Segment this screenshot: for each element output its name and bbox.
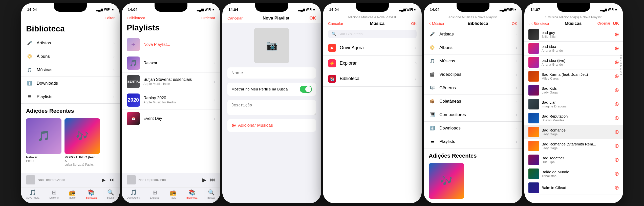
back-button-2[interactable]: ‹ Biblioteca — [127, 16, 145, 20]
category-biblioteca[interactable]: 📚 Biblioteca › — [323, 71, 422, 87]
search-bar-4[interactable]: 🔍 Sua Biblioteca — [328, 30, 417, 38]
song-bad-idea[interactable]: bad idea Ariana Grande ⊕ — [524, 42, 623, 55]
sub-videoclipes[interactable]: 🎬 Videoclipes › — [424, 68, 522, 81]
cancelar-button-4[interactable]: Cancelar — [328, 21, 343, 26]
baiao-name: Baião de Mundo — [542, 170, 612, 174]
ordenar-button-6[interactable]: Ordenar — [597, 21, 610, 26]
song-bad-romance-remix[interactable]: Bad Romance (Starsmith Rem... Lady Gaga … — [524, 139, 623, 153]
tab-radio-1[interactable]: 📻 Rádio — [69, 189, 76, 199]
add-musicas-button[interactable]: ⊕ Adicionar Músicas — [227, 119, 316, 132]
descricao-input[interactable] — [227, 100, 316, 115]
song-bad-kids[interactable]: Bad Kids Lady Gaga ⊕ — [524, 83, 623, 97]
artwork-placeholder[interactable]: 📷 — [254, 28, 289, 63]
alpha-index[interactable]: A B C D E F G H — [620, 54, 622, 76]
add-balm[interactable]: ⊕ — [614, 184, 619, 191]
bad-liar-artist: Imagine Dragons — [542, 104, 612, 108]
chevron-event: › — [214, 117, 215, 121]
playlist-relaxar[interactable]: 🎵 Relaxar › — [122, 54, 220, 72]
edit-button[interactable]: Editar — [105, 16, 115, 20]
back-button-5[interactable]: < Música — [429, 21, 444, 26]
bad-kids-info: Bad Kids Lady Gaga — [542, 86, 612, 94]
play-button-1[interactable]: ▶ — [102, 177, 105, 183]
menu-artistas[interactable]: 🎤 Artistas › — [21, 36, 120, 50]
sub-compositores[interactable]: 🎹 Compositores › — [424, 108, 522, 122]
playlist-replay[interactable]: 2020 Replay 2020 Apple Music for Pedro › — [122, 91, 220, 109]
tab-biblioteca-2[interactable]: 📚 Biblioteca — [186, 189, 197, 199]
song-bad-guy[interactable]: bad guy Billie Eilish ⊕ — [524, 28, 623, 42]
recente-modo-5[interactable]: 🎶 — [429, 163, 464, 200]
songs-list: bad guy Billie Eilish ⊕ bad idea Ariana … — [524, 28, 623, 203]
nome-input[interactable] — [227, 67, 316, 79]
song-balm[interactable]: Balm in Gilead ⊕ — [524, 181, 623, 195]
back-button-6[interactable]: ‹ < Biblioteca — [528, 22, 549, 26]
tab-buscar-1[interactable]: 🔍 Buscar — [107, 189, 115, 199]
ok-button-6[interactable]: OK — [613, 21, 619, 26]
player-controls-2[interactable]: ▶ ⏭ — [202, 177, 215, 183]
sub-coletaneas[interactable]: 📦 Coletâneas › — [424, 95, 522, 108]
skip-button-2[interactable]: ⏭ — [210, 177, 215, 183]
menu-playlists[interactable]: ☰ Playlists › — [21, 90, 120, 104]
tab-explorar-2[interactable]: ⊞ Explorar — [150, 189, 159, 199]
sub-artistas-label: Artistas — [439, 32, 516, 37]
recente-modo-turbo[interactable]: 🎶 MODO TURBO (feat. A... Luísa Sonza & P… — [65, 118, 100, 166]
add-baiao[interactable]: ⊕ — [614, 171, 619, 177]
nova-playlist-content: 📷 Mostrar no Meu Perfil e na Busca ⊕ Adi… — [222, 23, 321, 203]
cancelar-button[interactable]: Cancelar — [227, 16, 243, 20]
phone-5: 14:04 ▂▄▆ WiFi ■ Adicione Músicas à Nova… — [424, 3, 522, 203]
menu-downloads[interactable]: ⬇️ Downloads › — [21, 77, 120, 90]
artistas-icon: 🎤 — [26, 40, 33, 47]
song-bad-reputation[interactable]: Bad Reputation Shawn Mendes ⊕ — [524, 111, 623, 125]
song-bad-idea-live[interactable]: bad idea (live) Ariana Grande ⊕ — [524, 55, 623, 69]
add-bad-romance-remix[interactable]: ⊕ — [614, 143, 619, 149]
ok-button-4[interactable]: OK — [411, 21, 417, 26]
song-bad-liar[interactable]: Bad Liar Imagine Dragons ⊕ — [524, 97, 623, 111]
song-baiao[interactable]: Baião de Mundo Tribalistas ⊕ — [524, 167, 623, 181]
explorar-icon-1: ⊞ — [52, 189, 56, 196]
category-ouvir[interactable]: ▶ Ouvir Agora › — [323, 40, 422, 56]
song-bad-romance[interactable]: Bad Romance Lady Gaga ⊕ — [524, 125, 623, 139]
play-button-2[interactable]: ▶ — [202, 177, 206, 183]
bad-together-artist: Dua Lipa — [542, 160, 612, 164]
song-bad-together[interactable]: Bad Together Dua Lipa ⊕ — [524, 153, 623, 167]
ordenar-button[interactable]: Ordenar — [201, 16, 215, 20]
recente-relaxar[interactable]: 🎵 Relaxar Pedro — [26, 118, 61, 166]
tab-ouve-agora-2[interactable]: 🎵 Ouve Agora — [127, 189, 140, 199]
add-bad-karma[interactable]: ⊕ — [614, 73, 619, 80]
sub-musicas[interactable]: 🎵 Músicas › — [424, 54, 522, 68]
skip-button-1[interactable]: ⏭ — [110, 177, 115, 183]
toggle-switch[interactable] — [300, 86, 312, 93]
balm-info: Balm in Gilead — [542, 185, 612, 190]
player-cover-2 — [127, 175, 136, 184]
tab-biblioteca-1[interactable]: 📚 Biblioteca — [86, 189, 97, 199]
add-bad-romance[interactable]: ⊕ — [614, 129, 619, 135]
bad-kids-name: Bad Kids — [542, 86, 612, 90]
add-bad-kids[interactable]: ⊕ — [614, 87, 619, 93]
tab-radio-2[interactable]: 📻 Rádio — [169, 189, 176, 199]
ok-button-3[interactable]: OK — [309, 16, 316, 21]
add-bad-idea[interactable]: ⊕ — [614, 45, 619, 52]
tab-buscar-2[interactable]: 🔍 Buscar — [207, 189, 215, 199]
sub-albuns[interactable]: 📀 Álbuns › — [424, 41, 522, 54]
menu-musicas[interactable]: 🎵 Músicas › — [21, 63, 120, 77]
tab-explorar-1[interactable]: ⊞ Explorar — [49, 189, 59, 199]
add-bad-together[interactable]: ⊕ — [614, 157, 619, 163]
sub-downloads[interactable]: ⬇️ Downloads › — [424, 122, 522, 135]
playlist-event[interactable]: 📅 Event Day › — [122, 109, 220, 128]
new-playlist-item[interactable]: + Nova Playlist... — [122, 35, 220, 54]
add-bad-guy[interactable]: ⊕ — [614, 31, 619, 38]
song-bad-karma[interactable]: Bad Karma (feat. Joan Jett) Miley Cyrus … — [524, 69, 623, 83]
musicas-icon: 🎵 — [26, 66, 33, 73]
tab-ouve-agora-1[interactable]: 🎵 Ouve Agora — [26, 189, 39, 199]
sub-playlists[interactable]: ☰ Playlists › — [424, 135, 522, 148]
add-bad-liar[interactable]: ⊕ — [614, 101, 619, 107]
add-bad-reputation[interactable]: ⊕ — [614, 115, 619, 121]
explorar-icon: ⚡ — [328, 59, 336, 67]
menu-albuns[interactable]: 📀 Álbuns › — [21, 50, 120, 63]
sub-generos[interactable]: 🎼 Gêneros › — [424, 81, 522, 95]
player-controls-1[interactable]: ▶ ⏭ — [102, 177, 115, 183]
category-explorar[interactable]: ⚡ Explorar › — [323, 56, 422, 71]
ok-button-5[interactable]: OK — [512, 21, 517, 26]
add-bad-idea-live[interactable]: ⊕ — [614, 59, 619, 66]
playlist-sufjan[interactable]: ESSENTIALS Sufjan Stevens: essenciais Ap… — [122, 72, 220, 91]
sub-artistas[interactable]: 🎤 Artistas › — [424, 28, 522, 41]
